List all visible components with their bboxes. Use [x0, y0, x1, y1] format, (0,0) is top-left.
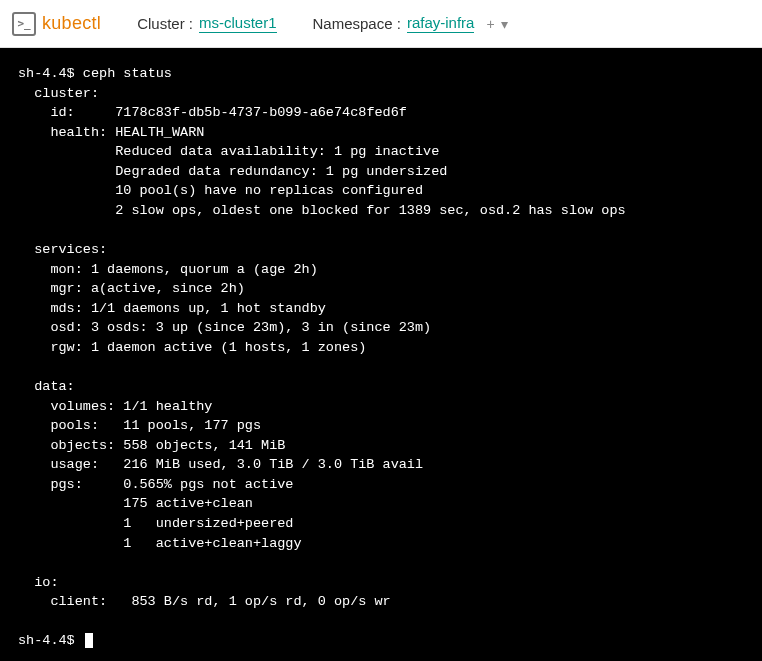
- namespace-value[interactable]: rafay-infra: [407, 14, 475, 33]
- prompt: sh-4.4$: [18, 633, 75, 648]
- cluster-warn-4: 2 slow ops, oldest one blocked for 1389 …: [115, 203, 625, 218]
- namespace-dropdown-icon[interactable]: ▾: [501, 16, 508, 32]
- prompt: sh-4.4$: [18, 66, 75, 81]
- services-mds: mds: 1/1 daemons up, 1 hot standby: [50, 301, 325, 316]
- data-pools: pools: 11 pools, 177 pgs: [50, 418, 261, 433]
- services-rgw: rgw: 1 daemon active (1 hosts, 1 zones): [50, 340, 366, 355]
- data-pgs-1: 175 active+clean: [123, 496, 253, 511]
- logo-text: kubectl: [42, 13, 101, 34]
- namespace-selector: Namespace : rafay-infra + ▾: [313, 14, 508, 33]
- cluster-value[interactable]: ms-cluster1: [199, 14, 277, 33]
- services-header: services:: [34, 242, 107, 257]
- terminal-icon: >_: [12, 12, 36, 36]
- io-header: io:: [34, 575, 58, 590]
- cluster-warn-3: 10 pool(s) have no replicas configured: [115, 183, 423, 198]
- data-pgs-3: 1 active+clean+laggy: [123, 536, 301, 551]
- cluster-selector: Cluster : ms-cluster1: [137, 14, 276, 33]
- cluster-label: Cluster :: [137, 15, 193, 32]
- header-bar: >_ kubectl Cluster : ms-cluster1 Namespa…: [0, 0, 762, 48]
- data-pgs-2: 1 undersized+peered: [123, 516, 293, 531]
- cluster-warn-2: Degraded data redundancy: 1 pg undersize…: [115, 164, 447, 179]
- data-objects: objects: 558 objects, 141 MiB: [50, 438, 285, 453]
- namespace-label: Namespace :: [313, 15, 401, 32]
- data-header: data:: [34, 379, 75, 394]
- add-namespace-button[interactable]: +: [486, 16, 494, 32]
- data-volumes: volumes: 1/1 healthy: [50, 399, 212, 414]
- cluster-id-label: id:: [50, 105, 74, 120]
- cluster-id-value: 7178c83f-db5b-4737-b099-a6e74c8fed6f: [115, 105, 407, 120]
- data-usage: usage: 216 MiB used, 3.0 TiB / 3.0 TiB a…: [50, 457, 423, 472]
- cluster-health-label: health:: [50, 125, 107, 140]
- cluster-health-value: HEALTH_WARN: [115, 125, 204, 140]
- data-pgs: pgs: 0.565% pgs not active: [50, 477, 293, 492]
- command: ceph status: [83, 66, 172, 81]
- cluster-header: cluster:: [34, 86, 99, 101]
- cursor: [85, 633, 93, 648]
- services-osd: osd: 3 osds: 3 up (since 23m), 3 in (sin…: [50, 320, 431, 335]
- logo: >_ kubectl: [12, 12, 101, 36]
- cluster-warn-1: Reduced data availability: 1 pg inactive: [115, 144, 439, 159]
- services-mon: mon: 1 daemons, quorum a (age 2h): [50, 262, 317, 277]
- terminal[interactable]: sh-4.4$ ceph status cluster: id: 7178c83…: [0, 48, 762, 661]
- io-client: client: 853 B/s rd, 1 op/s rd, 0 op/s wr: [50, 594, 390, 609]
- services-mgr: mgr: a(active, since 2h): [50, 281, 244, 296]
